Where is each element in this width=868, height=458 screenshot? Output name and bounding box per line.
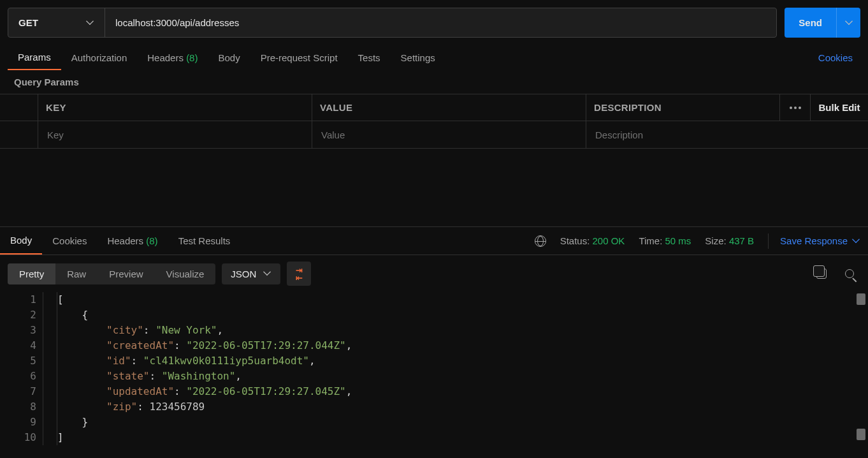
send-options-caret[interactable] xyxy=(836,8,860,38)
request-bar: GET Send xyxy=(0,0,868,45)
line-numbers: 12345678910 xyxy=(0,292,43,445)
search-icon xyxy=(845,269,854,278)
tab-label: Params xyxy=(18,52,51,63)
param-desc-input[interactable] xyxy=(594,129,860,141)
tab-label: Body xyxy=(10,235,32,246)
chevron-down-icon xyxy=(86,17,94,25)
col-key: KEY xyxy=(38,94,312,121)
search-response-button[interactable] xyxy=(839,263,860,284)
tab-tests[interactable]: Tests xyxy=(348,46,391,70)
send-button[interactable]: Send xyxy=(785,8,860,38)
response-tabs: Body Cookies Headers (8) Test Results St… xyxy=(0,227,868,255)
copy-icon xyxy=(816,269,827,279)
button-label: Bulk Edit xyxy=(818,102,860,113)
view-visualize[interactable]: Visualize xyxy=(155,263,216,284)
resp-tab-body[interactable]: Body xyxy=(0,227,42,255)
method-url-group: GET xyxy=(8,8,777,38)
tab-headers[interactable]: Headers (8) xyxy=(137,46,208,70)
chevron-down-icon xyxy=(852,235,860,243)
param-key-input[interactable] xyxy=(46,129,304,141)
tab-label: Headers xyxy=(147,52,184,63)
tab-label: Cookies xyxy=(52,235,87,246)
wrap-icon: ⇥⇤ xyxy=(296,266,303,281)
tab-label: Body xyxy=(218,52,240,63)
tab-label: Headers xyxy=(107,235,143,246)
size-text: Size: 437 B xyxy=(705,235,754,246)
tab-authorization[interactable]: Authorization xyxy=(61,46,138,70)
query-params-table: KEY VALUE DESCRIPTION Bulk Edit xyxy=(0,94,868,149)
scrollbar-thumb[interactable] xyxy=(857,293,865,305)
tab-label: Tests xyxy=(358,52,380,63)
http-method-select[interactable]: GET xyxy=(8,8,105,37)
columns-more-button[interactable] xyxy=(780,94,811,121)
response-section: Body Cookies Headers (8) Test Results St… xyxy=(0,226,868,458)
status-value: 200 OK xyxy=(593,235,625,246)
tab-prerequest[interactable]: Pre-request Script xyxy=(250,46,348,70)
wrap-lines-button[interactable]: ⇥⇤ xyxy=(287,262,311,286)
tab-label: Test Results xyxy=(178,235,231,246)
dots-icon xyxy=(790,107,801,109)
resp-tab-cookies[interactable]: Cookies xyxy=(42,228,97,254)
save-response-button[interactable]: Save Response xyxy=(780,235,860,246)
table-header-row: KEY VALUE DESCRIPTION Bulk Edit xyxy=(0,94,868,121)
format-select[interactable]: JSON xyxy=(222,263,280,284)
tab-body[interactable]: Body xyxy=(208,46,250,70)
tab-label: Authorization xyxy=(71,52,127,63)
http-method-label: GET xyxy=(18,17,38,28)
view-pretty[interactable]: Pretty xyxy=(8,263,55,284)
size-value: 437 B xyxy=(729,235,754,246)
chevron-down-icon xyxy=(263,268,271,276)
tab-count: (8) xyxy=(146,235,157,246)
resp-tab-test-results[interactable]: Test Results xyxy=(168,228,241,254)
tab-label: Pre-request Script xyxy=(261,52,338,63)
tab-params[interactable]: Params xyxy=(8,45,61,70)
chevron-down-icon xyxy=(845,17,853,25)
response-status-block: Status: 200 OK Time: 50 ms Size: 437 B xyxy=(523,233,780,249)
param-value-input[interactable] xyxy=(320,129,578,141)
send-button-label: Send xyxy=(785,8,836,38)
col-description: DESCRIPTION xyxy=(586,94,780,121)
tab-count: (8) xyxy=(186,52,198,63)
copy-response-button[interactable] xyxy=(811,263,832,284)
view-preview[interactable]: Preview xyxy=(98,263,154,284)
status-text: Status: 200 OK xyxy=(560,235,625,246)
table-row xyxy=(0,121,868,148)
button-label: Save Response xyxy=(780,235,848,246)
link-label: Cookies xyxy=(818,52,853,63)
request-tabs: Params Authorization Headers (8) Body Pr… xyxy=(0,45,868,70)
col-value: VALUE xyxy=(312,94,586,121)
response-toolbar: Pretty Raw Preview Visualize JSON ⇥⇤ xyxy=(0,255,868,292)
response-code-view[interactable]: 12345678910 [ { "city": "New York", "cre… xyxy=(0,292,868,458)
query-params-heading: Query Params xyxy=(0,70,868,94)
view-raw[interactable]: Raw xyxy=(55,263,98,284)
response-view-segmented: Pretty Raw Preview Visualize xyxy=(8,263,215,284)
format-label: JSON xyxy=(231,269,256,279)
time-value: 50 ms xyxy=(665,235,691,246)
resp-tab-headers[interactable]: Headers (8) xyxy=(97,228,168,254)
bulk-edit-button[interactable]: Bulk Edit xyxy=(811,94,868,121)
json-body: [ { "city": "New York", "createdAt": "20… xyxy=(57,292,352,445)
tab-settings[interactable]: Settings xyxy=(391,46,445,70)
url-input[interactable] xyxy=(105,8,776,37)
cookies-link[interactable]: Cookies xyxy=(811,46,860,70)
tab-label: Settings xyxy=(401,52,435,63)
globe-icon[interactable] xyxy=(535,235,546,247)
time-text: Time: 50 ms xyxy=(639,235,691,246)
scrollbar-thumb[interactable] xyxy=(857,429,865,440)
